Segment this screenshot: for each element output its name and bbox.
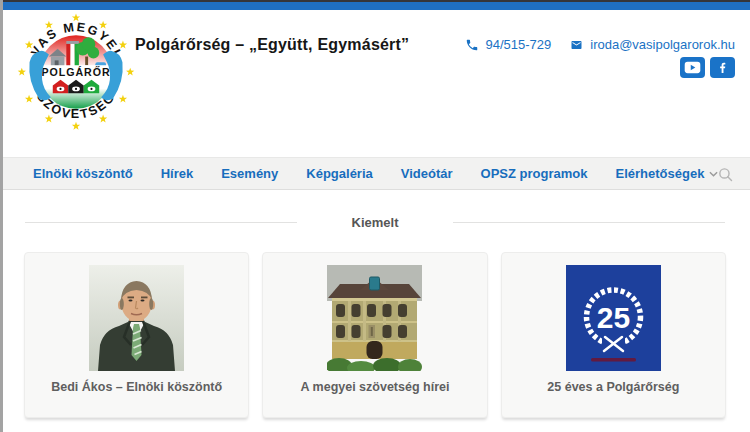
window-left-edge bbox=[0, 0, 3, 432]
top-accent-bar bbox=[3, 2, 750, 10]
main-nav: Elnöki köszöntő Hírek Esemény Képgaléria… bbox=[3, 157, 750, 190]
featured-cards: Bedi Ákos – Elnöki köszöntő bbox=[24, 252, 726, 418]
email-address: iroda@vasipolgarorok.hu bbox=[590, 37, 735, 52]
nav-label: Videótár bbox=[401, 166, 453, 181]
email-link[interactable]: iroda@vasipolgarorok.hu bbox=[569, 37, 735, 52]
facebook-button[interactable] bbox=[710, 57, 735, 78]
card-thumbnail: 25 bbox=[566, 265, 661, 371]
nav-item-esemeny[interactable]: Esemény bbox=[207, 166, 292, 181]
county-hall-photo bbox=[327, 265, 422, 371]
card-elnoki-koszonto[interactable]: Bedi Ákos – Elnöki köszöntő bbox=[24, 252, 249, 418]
nav-item-videotar[interactable]: Videótár bbox=[387, 166, 467, 181]
search-button[interactable] bbox=[717, 166, 734, 187]
header-contact: 94/515-729 iroda@vasipolgarorok.hu bbox=[465, 37, 735, 52]
phone-icon bbox=[465, 38, 479, 52]
site-logo[interactable]: VAS MEGYEI SZÖVETSÉG POLGÁRŐR bbox=[16, 12, 136, 132]
nav-item-kepgaleria[interactable]: Képgaléria bbox=[292, 166, 386, 181]
social-links bbox=[680, 57, 735, 78]
civil-guard-emblem-icon: VAS MEGYEI SZÖVETSÉG POLGÁRŐR bbox=[16, 12, 136, 132]
phone-number: 94/515-729 bbox=[485, 37, 551, 52]
card-thumbnail bbox=[327, 265, 422, 371]
phone-link[interactable]: 94/515-729 bbox=[465, 37, 551, 52]
nav-label: Elnöki köszöntő bbox=[33, 166, 133, 181]
divider-line bbox=[453, 222, 725, 223]
logo-band-text: POLGÁRŐR bbox=[41, 66, 110, 78]
card-megyei-hirek[interactable]: A megyei szövetség hírei bbox=[262, 252, 487, 418]
envelope-icon bbox=[569, 39, 584, 51]
card-caption: Bedi Ákos – Elnöki köszöntő bbox=[25, 380, 248, 394]
card-25-eves[interactable]: 25 25 éves a Polgárőrség bbox=[501, 252, 726, 418]
page: VAS MEGYEI SZÖVETSÉG POLGÁRŐR bbox=[0, 0, 750, 432]
search-icon bbox=[717, 166, 734, 183]
site-title: Polgárőrség – „Együtt, Egymásért” bbox=[135, 36, 409, 54]
nav-item-elerhetosegek[interactable]: Elérhetőségek bbox=[601, 166, 732, 181]
nav-item-opsz-programok[interactable]: OPSZ programok bbox=[467, 166, 602, 181]
nav-label: Elérhetőségek bbox=[615, 166, 704, 181]
youtube-icon bbox=[684, 61, 701, 74]
card-caption: A megyei szövetség hírei bbox=[263, 380, 486, 394]
wreath-number: 25 bbox=[597, 301, 630, 334]
nav-label: Esemény bbox=[221, 166, 278, 181]
nav-item-hirek[interactable]: Hírek bbox=[147, 166, 208, 181]
section-heading-kiemelt: Kiemelt bbox=[25, 215, 725, 230]
portrait-photo bbox=[89, 265, 184, 371]
nav-label: Hírek bbox=[161, 166, 194, 181]
card-thumbnail bbox=[89, 265, 184, 371]
nav-label: OPSZ programok bbox=[481, 166, 588, 181]
card-caption: 25 éves a Polgárőrség bbox=[502, 380, 725, 394]
divider-line bbox=[25, 222, 297, 223]
anniversary-wreath-graphic: 25 bbox=[566, 265, 661, 371]
section-title: Kiemelt bbox=[352, 215, 399, 230]
nav-label: Képgaléria bbox=[306, 166, 372, 181]
nav-item-elnoki-koszonto[interactable]: Elnöki köszöntő bbox=[19, 166, 147, 181]
facebook-icon bbox=[716, 60, 729, 75]
youtube-button[interactable] bbox=[680, 57, 705, 78]
